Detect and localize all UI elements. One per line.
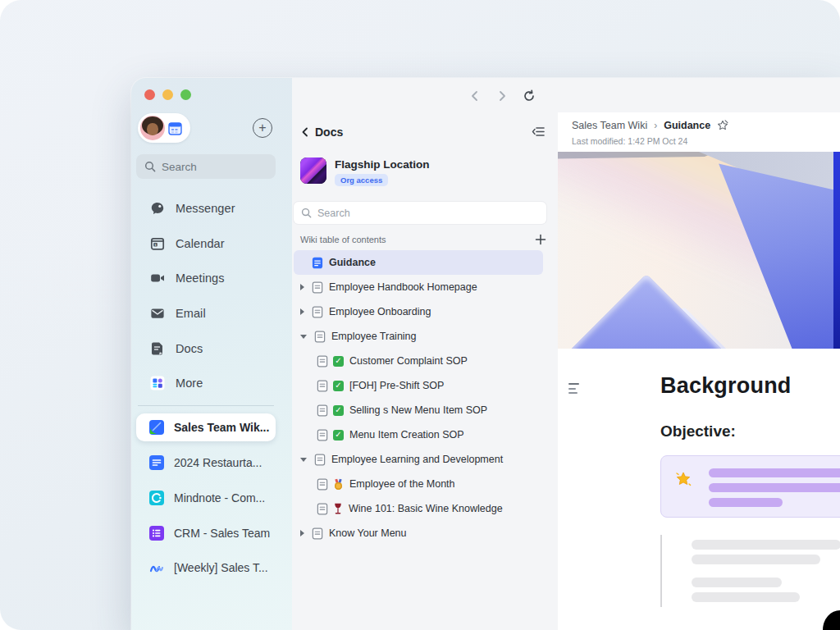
refresh-icon[interactable] (523, 89, 536, 103)
tree-item[interactable]: Employee Learning and Development (294, 447, 543, 472)
sidebar-item-label: Messenger (176, 202, 235, 215)
check-emoji: ✓ (333, 356, 344, 367)
sidebar-item-label: Calendar (176, 237, 225, 250)
doc-icon (312, 306, 323, 318)
pinned-doc-item[interactable]: 2024 Restaurta... (136, 449, 276, 477)
add-page-icon[interactable] (535, 234, 546, 245)
pinned-doc-item[interactable]: [Weekly] Sales T... (136, 554, 276, 582)
tree-item-label: Employee of the Month (349, 478, 455, 490)
traffic-light-close[interactable] (144, 89, 155, 100)
sidebar-item-meetings[interactable]: Meetings (136, 264, 276, 292)
sidebar-item-email[interactable]: Email (136, 299, 276, 327)
doc-icon (312, 527, 323, 540)
glowing-star-icon (675, 471, 692, 487)
traffic-light-minimize[interactable] (162, 89, 173, 100)
caret-right-icon[interactable] (300, 308, 304, 315)
profile-pill[interactable] (138, 113, 190, 143)
pinned-doc-item[interactable]: Mindnote - Com... (136, 484, 276, 512)
quote-block (660, 535, 840, 609)
docs-back-label: Docs (315, 126, 343, 139)
traffic-light-zoom[interactable] (180, 89, 191, 100)
document-outline-icon[interactable] (568, 383, 582, 395)
forward-icon[interactable] (495, 89, 509, 103)
callout-block[interactable] (660, 455, 840, 518)
breadcrumb-current[interactable]: Guidance (664, 120, 710, 131)
wiki-tree: GuidanceEmployee Handbook HomepageEmploy… (294, 250, 543, 546)
tree-item[interactable]: Guidance (294, 250, 543, 275)
toc-header: Wiki table of contents (300, 234, 546, 245)
docs-panel: Docs Flagship Location Org access Search (292, 112, 558, 630)
page-title: Background (660, 373, 792, 399)
sidebar-item-docs[interactable]: Docs (136, 335, 276, 363)
messenger-icon (150, 201, 165, 216)
pinned-doc-label: 2024 Restaurta... (174, 456, 262, 469)
tree-item[interactable]: Know Your Menu (294, 521, 543, 546)
placeholder-text-bar (692, 578, 782, 587)
caret-down-icon[interactable] (300, 458, 307, 462)
wiki-space-header[interactable]: Flagship Location Org access (300, 158, 430, 186)
tree-item[interactable]: ✓Selling s New Menu Item SOP (294, 398, 543, 422)
back-icon[interactable] (468, 89, 482, 103)
sidebar-item-label: Docs (176, 342, 203, 355)
cursor-artifact (823, 610, 840, 630)
quick-access-star-icon[interactable] (717, 120, 728, 131)
caret-down-icon[interactable] (300, 335, 307, 339)
pinned-doc-item[interactable]: Sales Team Wik... (136, 413, 276, 441)
redacted-text-bar (709, 468, 840, 477)
tree-item[interactable]: Employee Handbook Homepage (294, 275, 543, 299)
tree-item[interactable]: ✓Menu Item Creation SOP (294, 422, 543, 447)
sidebar-item-label: Email (176, 307, 206, 320)
tree-item-label: Wine 101: Basic Wine Knowledge (349, 503, 503, 514)
check-emoji: ✓ (333, 430, 344, 441)
caret-right-icon[interactable] (300, 284, 304, 290)
sidebar-item-more[interactable]: More (136, 369, 276, 397)
breadcrumb-separator: › (654, 120, 657, 131)
tree-item-label: [FOH] Pre-Shift SOP (349, 380, 444, 391)
doc-icon (314, 331, 326, 343)
tree-item[interactable]: Employee of the Month (294, 472, 543, 496)
app-window: + Search Messenger1CalendarMeetingsEmail… (131, 78, 840, 630)
doc-icon (317, 478, 328, 491)
sidebar-search[interactable]: Search (136, 154, 276, 179)
tree-item-label: Customer Complaint SOP (349, 355, 468, 367)
doc-icon (317, 429, 328, 441)
search-icon (301, 208, 312, 218)
pinned-doc-item[interactable]: CRM - Sales Team (136, 519, 276, 547)
doc-icon (317, 380, 328, 392)
search-icon (144, 161, 156, 172)
avatar[interactable] (140, 116, 165, 140)
sidebar-item-messenger[interactable]: Messenger (136, 194, 276, 222)
quote-border (660, 535, 662, 607)
wiki-search-input[interactable]: Search (294, 202, 546, 224)
mindnote-icon (149, 491, 164, 505)
add-button[interactable]: + (253, 118, 272, 138)
collapse-panel-icon[interactable] (532, 125, 546, 139)
placeholder-text-bar (692, 592, 800, 602)
doc-icon (317, 503, 328, 515)
docs-back[interactable]: Docs (300, 122, 343, 142)
docs-icon (150, 341, 165, 356)
placeholder-text-bar (692, 540, 840, 550)
pinned-doc-label: Sales Team Wik... (174, 421, 269, 434)
check-emoji: ✓ (333, 405, 344, 416)
sidebar-item-label: Meetings (176, 272, 225, 285)
tree-item[interactable]: ✓Customer Complaint SOP (294, 349, 543, 373)
breadcrumb-parent[interactable]: Sales Team Wiki (572, 120, 647, 131)
caret-right-icon[interactable] (300, 530, 304, 536)
tree-item[interactable]: Employee Training (294, 324, 543, 349)
tree-item[interactable]: Employee Onboarding (294, 299, 543, 324)
sidebar-search-placeholder: Search (162, 161, 197, 173)
calendar-widget-icon (168, 121, 182, 135)
pinned-doc-label: Mindnote - Com... (174, 491, 265, 504)
sidebar: + Search Messenger1CalendarMeetingsEmail… (131, 78, 292, 630)
tree-item[interactable]: ✓[FOH] Pre-Shift SOP (294, 373, 543, 398)
tree-item[interactable]: Wine 101: Basic Wine Knowledge (294, 496, 543, 521)
email-icon (150, 306, 165, 321)
check-emoji: ✓ (333, 381, 344, 391)
chevron-left-icon (300, 127, 310, 137)
sidebar-item-calendar[interactable]: 1Calendar (136, 230, 276, 258)
toc-header-label: Wiki table of contents (300, 235, 386, 244)
doc-icon-blue (312, 257, 323, 269)
tree-item-label: Menu Item Creation SOP (349, 429, 464, 441)
medal-emoji (333, 479, 344, 490)
